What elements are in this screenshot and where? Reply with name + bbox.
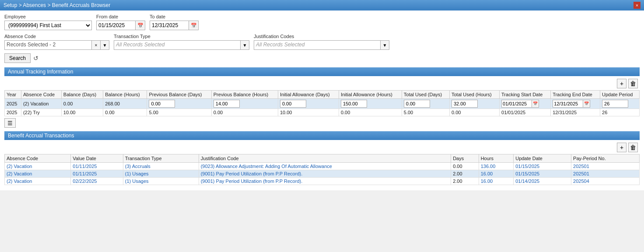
annual-cell-input[interactable] [149, 100, 175, 108]
transactions-cell-link[interactable]: (2) Vacation [7, 164, 32, 169]
annual-cell[interactable] [339, 99, 402, 109]
annual-cell-input[interactable] [280, 100, 306, 108]
transactions-table-row[interactable]: (2) Vacation01/11/2025(3) Accruals(9023)… [5, 163, 640, 170]
annual-cell[interactable] [402, 99, 449, 109]
date-cell-calendar-button[interactable]: 📅 [532, 100, 539, 108]
annual-cell[interactable]: 📅 [500, 99, 551, 109]
transactions-cell[interactable]: (2) Vacation [5, 170, 71, 178]
to-date-label: To date [150, 14, 199, 19]
transactions-delete-button[interactable]: 🗑 [628, 143, 638, 152]
refresh-icon[interactable]: ↺ [33, 55, 38, 62]
transactions-cell-link[interactable]: (2) Vacation [7, 178, 32, 184]
transactions-cell[interactable]: 16.00 [479, 170, 514, 178]
transactions-cell-link[interactable]: 01/11/2025 [73, 164, 97, 169]
search-button[interactable]: Search [4, 53, 31, 63]
transactions-table-row[interactable]: (2) Vacation01/11/2025(1) Usages(9001) P… [5, 170, 640, 178]
annual-cell: 0.00 [450, 109, 500, 116]
transactions-cell[interactable]: (2) Vacation [5, 163, 71, 170]
absence-code-dropdown-button[interactable]: ▼ [101, 40, 109, 50]
tcol-justification-code: Justification Code [199, 154, 451, 163]
transactions-cell-link[interactable]: (1) Usages [125, 171, 149, 176]
employee-label: Employee [4, 14, 92, 19]
transactions-cell-link[interactable]: 02/22/2025 [73, 178, 97, 184]
transactions-cell[interactable]: (9023) Allowance Adjustment: Adding Of A… [199, 163, 451, 170]
transactions-cell[interactable]: 202501 [571, 170, 640, 178]
annual-table-row[interactable]: 2025(2) Vacation0.00268.00📅📅 [5, 99, 640, 109]
transactions-table-row[interactable]: (2) Vacation02/22/2025(1) Usages(9001) P… [5, 178, 640, 185]
transactions-cell-link[interactable]: (9001) Pay Period Utilization (from P.P … [201, 178, 303, 184]
justification-codes-dropdown-button[interactable]: ▼ [381, 40, 389, 50]
transactions-cell[interactable]: 01/11/2025 [71, 163, 123, 170]
transactions-cell[interactable]: 202501 [571, 163, 640, 170]
transactions-cell[interactable]: (9001) Pay Period Utilization (from P.P … [199, 170, 451, 178]
transactions-cell-link[interactable]: (2) Vacation [7, 171, 32, 176]
date-cell-calendar-button[interactable]: 📅 [583, 100, 590, 108]
transactions-cell[interactable]: (3) Accruals [123, 163, 199, 170]
transactions-cell-link[interactable]: 136.00 [481, 164, 496, 169]
transactions-cell[interactable]: 01/15/2025 [514, 170, 571, 178]
annual-cell: 0.00 [339, 109, 402, 116]
transactions-cell-link[interactable]: 01/15/2025 [515, 171, 539, 176]
date-cell-input[interactable] [501, 100, 532, 108]
annual-cell[interactable] [278, 99, 339, 109]
transactions-cell-link[interactable]: 202501 [573, 171, 589, 176]
from-date-input[interactable] [96, 21, 136, 30]
transactions-cell-link[interactable]: 01/15/2025 [515, 164, 539, 169]
annual-cell[interactable] [147, 99, 211, 109]
transactions-cell[interactable]: (2) Vacation [5, 178, 71, 185]
transaction-type-dropdown-button[interactable]: ▼ [241, 40, 249, 50]
transactions-add-button[interactable]: + [617, 143, 626, 152]
transactions-cell-link[interactable]: (1) Usages [125, 178, 149, 184]
annual-cell-input[interactable] [214, 100, 240, 108]
annual-table-row[interactable]: 2025(22) Try10.000.005.000.0010.000.005.… [5, 109, 640, 116]
to-date-calendar-button[interactable]: 📅 [189, 21, 199, 30]
transaction-type-input: All Records Selected [114, 40, 241, 50]
transactions-cell-link[interactable]: 16.00 [481, 178, 493, 184]
tcol-transaction-type: Transaction Type [123, 154, 199, 163]
annual-cell-input[interactable] [602, 100, 628, 108]
transactions-cell-link[interactable]: 202501 [573, 164, 589, 169]
annual-table: Year Absence Code Balance (Days) Balance… [4, 90, 640, 116]
date-cell-input[interactable] [553, 100, 583, 108]
transactions-cell-link[interactable]: 202504 [573, 178, 589, 184]
annual-cell-input[interactable] [404, 100, 430, 108]
to-date-input[interactable] [150, 21, 189, 30]
transactions-cell[interactable]: (1) Usages [123, 178, 199, 185]
from-date-calendar-button[interactable]: 📅 [136, 21, 145, 30]
transaction-type-filter-group: Transaction Type All Records Selected ▼ [114, 34, 249, 50]
transactions-cell[interactable]: 01/15/2025 [514, 163, 571, 170]
title-bar: Setup > Absences > Benefit Accruals Brow… [0, 0, 644, 10]
col-absence-code: Absence Code [21, 91, 61, 99]
transactions-cell[interactable]: 01/11/2025 [71, 170, 123, 178]
transactions-cell-link[interactable]: 01/11/2025 [73, 171, 97, 176]
transactions-cell[interactable]: 01/14/2025 [514, 178, 571, 185]
close-button[interactable]: × [634, 2, 640, 9]
transactions-cell[interactable]: 16.00 [479, 178, 514, 185]
annual-cell[interactable] [600, 99, 640, 109]
transactions-cell[interactable]: 02/22/2025 [71, 178, 123, 185]
filter-row-2: Absence Code Records Selected - 2 × ▼ Tr… [4, 34, 640, 50]
annual-cell[interactable] [450, 99, 500, 109]
tcol-update-date: Update Date [514, 154, 571, 163]
transactions-cell[interactable]: (1) Usages [123, 170, 199, 178]
annual-cell-input[interactable] [341, 100, 367, 108]
annual-cell-input[interactable] [452, 100, 478, 108]
annual-list-button[interactable]: ☰ [4, 118, 16, 128]
transactions-cell[interactable]: (9001) Pay Period Utilization (from P.P … [199, 178, 451, 185]
employee-select[interactable]: (999999994) First Last [4, 21, 92, 30]
transactions-cell-link[interactable]: (3) Accruals [125, 164, 150, 169]
transactions-cell-link[interactable]: (9023) Allowance Adjustment: Adding Of A… [201, 164, 332, 169]
transactions-cell: 2.00 [451, 170, 479, 178]
transactions-cell-link[interactable]: 16.00 [481, 171, 493, 176]
col-tracking-end: Tracking End Date [551, 91, 600, 99]
transactions-cell-link[interactable]: 01/14/2025 [515, 178, 539, 184]
transactions-cell-link[interactable]: (9001) Pay Period Utilization (from P.P … [201, 171, 303, 176]
annual-delete-button[interactable]: 🗑 [628, 79, 638, 88]
col-prev-bal-days: Previous Balance (Days) [147, 91, 211, 99]
annual-add-button[interactable]: + [617, 79, 626, 88]
annual-cell[interactable] [211, 99, 278, 109]
transactions-cell[interactable]: 202504 [571, 178, 640, 185]
transactions-cell[interactable]: 136.00 [479, 163, 514, 170]
absence-code-clear-button[interactable]: × [92, 40, 101, 50]
annual-cell[interactable]: 📅 [551, 99, 600, 109]
